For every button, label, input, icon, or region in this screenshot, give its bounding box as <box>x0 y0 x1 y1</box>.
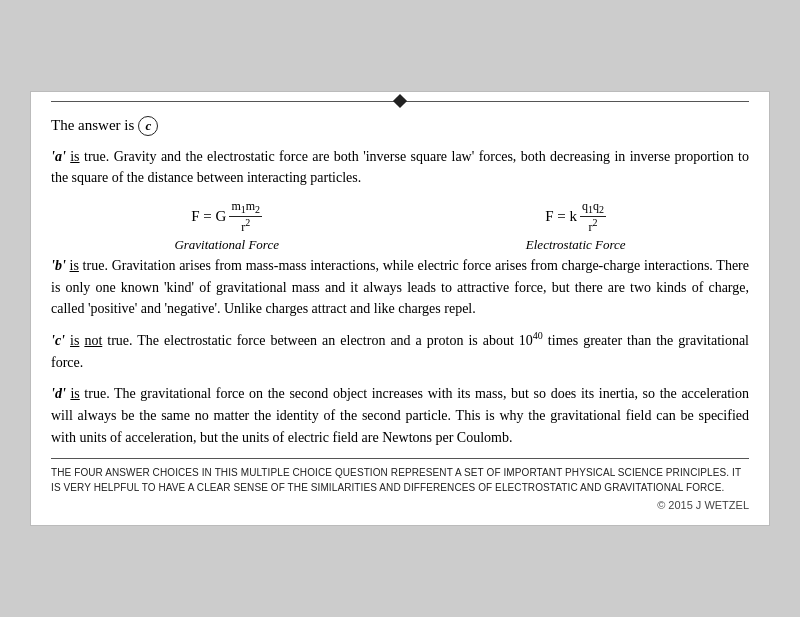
electrostatic-formula-block: F = k q1q2 r2 Electrostatic Force <box>526 199 626 253</box>
footer-note: THE FOUR ANSWER CHOICES IN THIS MULTIPLE… <box>51 465 749 495</box>
c-exponent: 40 <box>533 330 543 341</box>
grav-caption: Gravitational Force <box>174 237 279 253</box>
elec-fraction: q1q2 r2 <box>580 199 606 235</box>
paragraph-b: 'b' is true. Gravitation arises from mas… <box>51 255 749 320</box>
b-text: true. Gravitation arises from mass-mass … <box>51 258 749 316</box>
b-underline: is <box>70 258 79 273</box>
elec-denominator: r2 <box>587 217 600 234</box>
bottom-rule <box>51 458 749 459</box>
answer-letter: c <box>138 116 158 136</box>
top-decoration <box>31 92 769 110</box>
paragraph-c: 'c' is not true. The electrostatic force… <box>51 330 749 373</box>
a-text: true. Gravity and the electrostatic forc… <box>51 149 749 186</box>
paragraph-d: 'd' is true. The gravitational force on … <box>51 383 749 448</box>
d-text: true. The gravitational force on the sec… <box>51 386 749 444</box>
gravitational-formula-block: F = G m1m2 r2 Gravitational Force <box>174 199 279 253</box>
d-underline: is <box>70 386 79 401</box>
c-text: true. The electrostatic force between an… <box>102 333 533 348</box>
main-content: The answer is c 'a' is true. Gravity and… <box>31 110 769 526</box>
elec-lhs: F = k <box>545 208 577 225</box>
card: The answer is c 'a' is true. Gravity and… <box>30 91 770 527</box>
grav-numerator: m1m2 <box>229 199 262 217</box>
paragraph-a: 'a' is true. Gravity and the electrostat… <box>51 146 749 189</box>
grav-lhs: F = G <box>191 208 226 225</box>
c-is-underline: is <box>70 333 79 348</box>
elec-numerator: q1q2 <box>580 199 606 217</box>
grav-denominator: r2 <box>239 217 252 234</box>
answer-prefix: The answer is <box>51 117 134 134</box>
copyright: © 2015 J WETZEL <box>51 499 749 511</box>
c-not: not <box>84 333 102 348</box>
grav-fraction: m1m2 r2 <box>229 199 262 235</box>
c-label: 'c' <box>51 333 65 348</box>
formulas-row: F = G m1m2 r2 Gravitational Force F = k … <box>51 199 749 253</box>
b-label: 'b' <box>51 258 66 273</box>
gravitational-formula: F = G m1m2 r2 <box>174 199 279 235</box>
electrostatic-formula: F = k q1q2 r2 <box>526 199 626 235</box>
diamond-icon <box>393 94 407 108</box>
a-underline: is <box>70 149 79 164</box>
elec-caption: Electrostatic Force <box>526 237 626 253</box>
answer-line: The answer is c <box>51 116 749 136</box>
a-label: 'a' <box>51 149 66 164</box>
d-label: 'd' <box>51 386 66 401</box>
